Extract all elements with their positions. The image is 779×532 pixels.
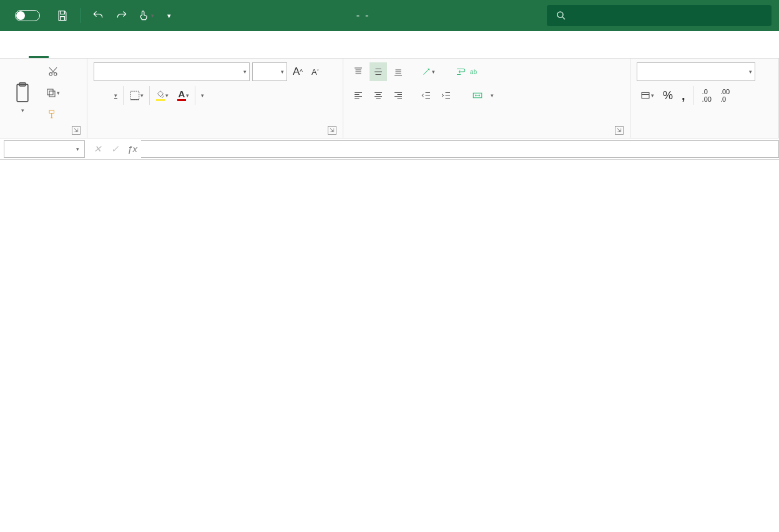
- tab-acrobat[interactable]: [253, 47, 273, 58]
- fx-icon[interactable]: ƒx: [124, 143, 141, 154]
- increase-indent-button[interactable]: [438, 86, 455, 105]
- tab-page-layout[interactable]: [96, 47, 116, 58]
- align-right-button[interactable]: [390, 86, 407, 105]
- wrap-text-button[interactable]: ab: [452, 62, 589, 81]
- align-middle-button[interactable]: [370, 62, 387, 81]
- font-color-button[interactable]: A▾: [174, 86, 192, 105]
- decrease-decimal-button[interactable]: .00.0: [717, 86, 733, 105]
- customize-qat-icon[interactable]: ▾: [160, 7, 178, 24]
- tab-formulas[interactable]: [119, 47, 139, 58]
- ribbon-tabs: [0, 31, 779, 59]
- decrease-indent-button[interactable]: [418, 86, 435, 105]
- align-left-button[interactable]: [350, 86, 367, 105]
- percent-button[interactable]: %: [660, 86, 676, 105]
- bold-button[interactable]: [94, 86, 100, 105]
- phonetic-button[interactable]: ▾: [198, 86, 207, 105]
- align-top-button[interactable]: [350, 62, 367, 81]
- copy-button[interactable]: ▾: [42, 84, 63, 102]
- group-clipboard: ▾ ▾ ⇲: [0, 59, 87, 138]
- alignment-group-label: ⇲: [350, 133, 624, 137]
- save-icon[interactable]: [54, 7, 71, 24]
- tab-review[interactable]: [164, 47, 184, 58]
- window-title: - -: [184, 10, 541, 21]
- font-group-label: ⇲: [94, 133, 336, 137]
- tab-data[interactable]: [141, 47, 161, 58]
- tab-help[interactable]: [231, 47, 251, 58]
- svg-rect-1: [17, 84, 28, 102]
- font-launcher[interactable]: ⇲: [328, 126, 336, 135]
- svg-rect-6: [47, 89, 53, 95]
- group-font: ▾ ▾ A^ Aˇ ▾ ▾ ▾ A▾ ▾ ⇲: [87, 59, 343, 138]
- svg-rect-5: [49, 91, 55, 97]
- comma-button[interactable]: ,: [679, 86, 688, 105]
- tab-insert[interactable]: [51, 47, 71, 58]
- autosave-toggle[interactable]: [7, 9, 47, 22]
- align-center-button[interactable]: [370, 86, 387, 105]
- clipboard-launcher[interactable]: ⇲: [72, 126, 81, 135]
- align-bottom-button[interactable]: [390, 62, 407, 81]
- underline-button[interactable]: ▾: [111, 86, 120, 105]
- orientation-button[interactable]: ▾: [418, 62, 438, 81]
- redo-icon[interactable]: [113, 7, 130, 24]
- name-box[interactable]: ▾: [4, 140, 85, 158]
- borders-button[interactable]: ▾: [126, 86, 147, 105]
- format-painter-button[interactable]: [42, 105, 63, 123]
- group-number: ▾ ▾ % , .0.00 .00.0: [630, 59, 779, 138]
- tab-view[interactable]: [186, 47, 206, 58]
- italic-button[interactable]: [102, 86, 109, 105]
- decrease-font-button[interactable]: Aˇ: [308, 62, 322, 81]
- font-size-combo[interactable]: ▾: [252, 62, 287, 81]
- ribbon: ▾ ▾ ⇲ ▾ ▾ A^ Aˇ ▾ ▾: [0, 59, 779, 138]
- title-bar: ▾ ▾ - -: [0, 0, 779, 31]
- autosave-pill[interactable]: [15, 10, 40, 21]
- svg-rect-7: [130, 91, 139, 100]
- tab-draw[interactable]: [74, 47, 94, 58]
- increase-decimal-button[interactable]: .0.00: [699, 86, 715, 105]
- svg-rect-9: [642, 93, 649, 99]
- increase-font-button[interactable]: A^: [290, 62, 306, 81]
- search-icon: [556, 10, 567, 21]
- formula-input[interactable]: [141, 140, 779, 158]
- undo-icon[interactable]: [89, 7, 107, 24]
- clipboard-group-label: ⇲: [6, 133, 81, 137]
- number-format-combo[interactable]: ▾: [637, 62, 755, 81]
- touch-mode-icon[interactable]: ▾: [137, 7, 154, 24]
- cut-button[interactable]: [42, 62, 63, 81]
- group-alignment: ▾ ab ▾ ⇲: [343, 59, 630, 138]
- tab-file[interactable]: [6, 47, 26, 58]
- font-name-combo[interactable]: ▾: [94, 62, 250, 81]
- number-group-label: [637, 133, 772, 137]
- accounting-format-button[interactable]: ▾: [637, 86, 657, 105]
- paste-button[interactable]: ▾: [6, 62, 39, 114]
- merge-center-button[interactable]: ▾: [469, 86, 606, 105]
- tab-home[interactable]: [29, 47, 49, 58]
- cancel-formula-icon[interactable]: ✕: [89, 143, 106, 155]
- search-box[interactable]: [547, 5, 772, 26]
- tab-developer[interactable]: [208, 47, 228, 58]
- alignment-launcher[interactable]: ⇲: [615, 126, 624, 135]
- fill-color-button[interactable]: ▾: [152, 86, 172, 105]
- enter-formula-icon[interactable]: ✓: [106, 143, 124, 155]
- svg-point-0: [557, 12, 563, 17]
- formula-bar: ▾ ✕ ✓ ƒx: [0, 138, 779, 160]
